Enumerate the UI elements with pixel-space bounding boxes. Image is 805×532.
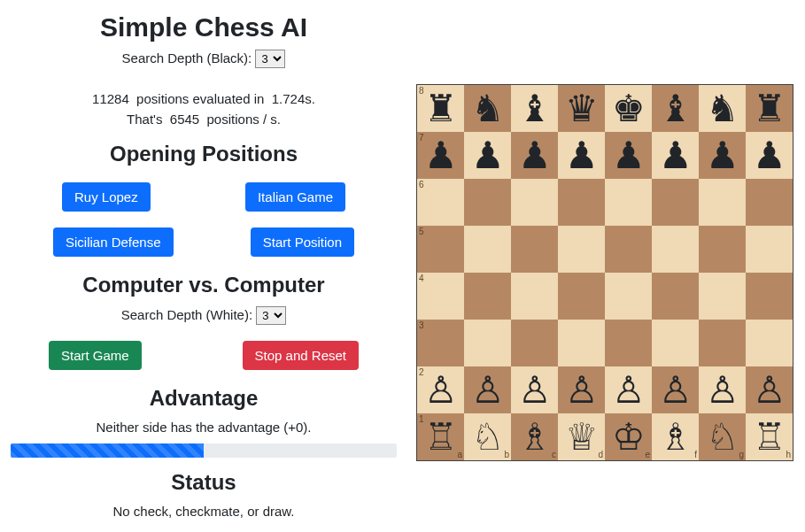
italian-game-button[interactable]: Italian Game <box>245 182 345 212</box>
piece-wB[interactable]: ♗ <box>518 419 552 456</box>
square-e5[interactable] <box>605 226 652 273</box>
square-h6[interactable] <box>746 179 793 226</box>
square-d1[interactable]: ♕d <box>558 413 605 460</box>
square-a7[interactable]: ♟7 <box>417 132 464 179</box>
square-g5[interactable] <box>699 226 746 273</box>
square-c7[interactable]: ♟ <box>511 132 558 179</box>
square-b2[interactable]: ♙ <box>464 366 511 413</box>
square-c1[interactable]: ♗c <box>511 413 558 460</box>
square-h3[interactable] <box>746 320 793 366</box>
piece-wP[interactable]: ♙ <box>518 372 552 409</box>
square-b7[interactable]: ♟ <box>464 132 511 179</box>
square-e1[interactable]: ♔e <box>605 413 652 460</box>
square-b8[interactable]: ♞ <box>464 85 511 132</box>
start-game-button[interactable]: Start Game <box>49 341 142 370</box>
search-depth-black-select[interactable]: 3 <box>255 50 285 68</box>
piece-bN[interactable]: ♞ <box>706 90 739 127</box>
square-a1[interactable]: ♖1a <box>417 413 464 460</box>
square-f3[interactable] <box>652 320 699 366</box>
piece-wQ[interactable]: ♕ <box>565 419 599 456</box>
piece-wR[interactable]: ♖ <box>424 419 458 456</box>
square-f5[interactable] <box>652 226 699 273</box>
square-a6[interactable]: 6 <box>417 179 464 226</box>
piece-bP[interactable]: ♟ <box>753 137 786 174</box>
square-a2[interactable]: ♙2 <box>417 366 464 413</box>
piece-wR[interactable]: ♖ <box>753 419 786 456</box>
square-b6[interactable] <box>464 179 511 226</box>
square-g4[interactable] <box>699 273 746 320</box>
ruy-lopez-button[interactable]: Ruy Lopez <box>62 182 151 212</box>
square-g2[interactable]: ♙ <box>699 366 746 413</box>
square-d2[interactable]: ♙ <box>558 366 605 413</box>
square-b3[interactable] <box>464 320 511 366</box>
square-f6[interactable] <box>652 179 699 226</box>
piece-wP[interactable]: ♙ <box>424 372 458 409</box>
square-f1[interactable]: ♗f <box>652 413 699 460</box>
piece-wP[interactable]: ♙ <box>706 372 739 409</box>
square-e2[interactable]: ♙ <box>605 366 652 413</box>
square-h5[interactable] <box>746 226 793 273</box>
square-c8[interactable]: ♝ <box>511 85 558 132</box>
square-e7[interactable]: ♟ <box>605 132 652 179</box>
square-f2[interactable]: ♙ <box>652 366 699 413</box>
square-a3[interactable]: 3 <box>417 320 464 366</box>
square-d4[interactable] <box>558 273 605 320</box>
square-b5[interactable] <box>464 226 511 273</box>
piece-bK[interactable]: ♚ <box>612 90 646 127</box>
piece-bP[interactable]: ♟ <box>706 137 739 174</box>
square-f7[interactable]: ♟ <box>652 132 699 179</box>
square-c2[interactable]: ♙ <box>511 366 558 413</box>
square-a8[interactable]: ♜8 <box>417 85 464 132</box>
piece-bP[interactable]: ♟ <box>471 137 505 174</box>
square-d3[interactable] <box>558 320 605 366</box>
sicilian-defense-button[interactable]: Sicilian Defense <box>53 227 174 257</box>
piece-wN[interactable]: ♘ <box>471 419 505 456</box>
square-g3[interactable] <box>699 320 746 366</box>
piece-bP[interactable]: ♟ <box>518 137 552 174</box>
square-a5[interactable]: 5 <box>417 226 464 273</box>
chessboard[interactable]: ♜8♞♝♛♚♝♞♜♟7♟♟♟♟♟♟♟6543♙2♙♙♙♙♙♙♙♖1a♘b♗c♕d… <box>416 84 793 461</box>
piece-wN[interactable]: ♘ <box>706 419 739 456</box>
piece-bN[interactable]: ♞ <box>471 90 505 127</box>
square-d8[interactable]: ♛ <box>558 85 605 132</box>
square-e3[interactable] <box>605 320 652 366</box>
square-d7[interactable]: ♟ <box>558 132 605 179</box>
square-b1[interactable]: ♘b <box>464 413 511 460</box>
square-c3[interactable] <box>511 320 558 366</box>
piece-wP[interactable]: ♙ <box>565 372 599 409</box>
square-d5[interactable] <box>558 226 605 273</box>
square-h1[interactable]: ♖h <box>746 413 793 460</box>
start-position-button[interactable]: Start Position <box>251 227 354 257</box>
square-g7[interactable]: ♟ <box>699 132 746 179</box>
square-g8[interactable]: ♞ <box>699 85 746 132</box>
square-e6[interactable] <box>605 179 652 226</box>
piece-wP[interactable]: ♙ <box>471 372 505 409</box>
square-h4[interactable] <box>746 273 793 320</box>
square-a4[interactable]: 4 <box>417 273 464 320</box>
piece-bQ[interactable]: ♛ <box>565 90 599 127</box>
square-f4[interactable] <box>652 273 699 320</box>
piece-wP[interactable]: ♙ <box>659 372 693 409</box>
piece-bP[interactable]: ♟ <box>659 137 693 174</box>
piece-wK[interactable]: ♔ <box>612 419 646 456</box>
piece-wP[interactable]: ♙ <box>612 372 646 409</box>
square-c4[interactable] <box>511 273 558 320</box>
piece-bB[interactable]: ♝ <box>518 90 552 127</box>
square-d6[interactable] <box>558 179 605 226</box>
square-g1[interactable]: ♘g <box>699 413 746 460</box>
piece-bP[interactable]: ♟ <box>612 137 646 174</box>
square-b4[interactable] <box>464 273 511 320</box>
piece-wP[interactable]: ♙ <box>753 372 786 409</box>
piece-bP[interactable]: ♟ <box>565 137 599 174</box>
search-depth-white-select[interactable]: 3 <box>256 306 286 325</box>
piece-bP[interactable]: ♟ <box>424 137 458 174</box>
square-f8[interactable]: ♝ <box>652 85 699 132</box>
square-e8[interactable]: ♚ <box>605 85 652 132</box>
piece-bR[interactable]: ♜ <box>753 90 786 127</box>
square-h7[interactable]: ♟ <box>746 132 793 179</box>
square-e4[interactable] <box>605 273 652 320</box>
square-c5[interactable] <box>511 226 558 273</box>
piece-bR[interactable]: ♜ <box>424 90 458 127</box>
piece-bB[interactable]: ♝ <box>659 90 693 127</box>
piece-wB[interactable]: ♗ <box>659 419 693 456</box>
